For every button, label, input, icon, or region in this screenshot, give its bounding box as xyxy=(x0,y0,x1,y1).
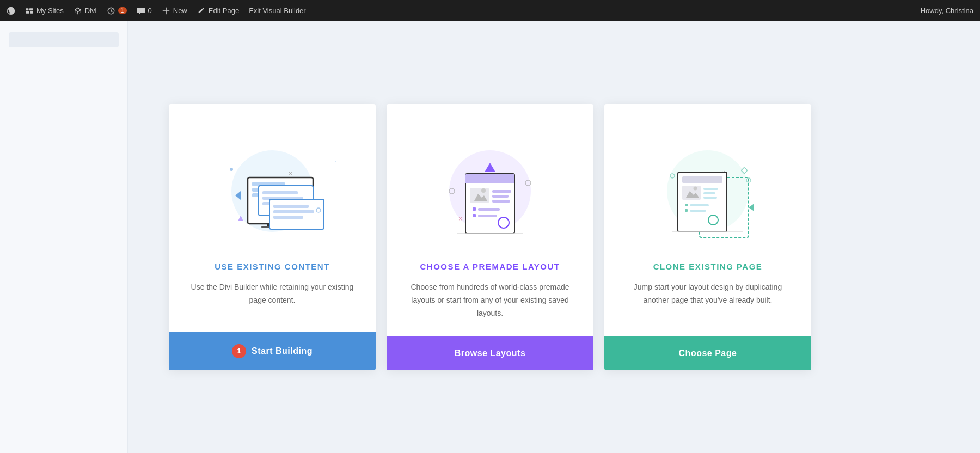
svg-rect-55 xyxy=(703,188,718,190)
svg-point-54 xyxy=(694,187,697,191)
browse-layouts-button[interactable]: Browse Layouts xyxy=(387,336,593,370)
card1-description: Use the Divi Builder while retaining you… xyxy=(191,281,354,307)
svg-rect-38 xyxy=(492,200,510,203)
start-building-label: Start Building xyxy=(252,346,313,356)
use-existing-body: · × xyxy=(169,104,376,332)
browse-layouts-label: Browse Layouts xyxy=(455,348,526,358)
choose-premade-card: × xyxy=(387,104,593,370)
svg-rect-58 xyxy=(685,204,688,206)
edit-page-label: Edit Page xyxy=(209,7,239,15)
svg-rect-41 xyxy=(473,214,476,217)
clone-existing-body: × xyxy=(604,104,811,336)
svg-text:·: · xyxy=(335,157,337,166)
svg-rect-20 xyxy=(270,199,324,229)
new-label: New xyxy=(173,7,187,15)
exit-vb-label: Exit Visual Builder xyxy=(249,7,306,15)
svg-rect-51 xyxy=(682,176,722,183)
wp-logo[interactable] xyxy=(7,7,15,15)
choose-premade-body: × xyxy=(387,104,593,336)
edit-page-button[interactable]: Edit Page xyxy=(197,7,239,15)
comments-count: 0 xyxy=(148,7,152,15)
svg-rect-40 xyxy=(478,208,500,211)
clone-existing-illustration: × xyxy=(632,126,784,246)
card2-title: CHOOSE A PREMADE LAYOUT xyxy=(420,262,560,271)
use-existing-illustration: · × xyxy=(196,126,348,246)
svg-rect-59 xyxy=(690,204,709,206)
svg-rect-2 xyxy=(26,11,29,13)
svg-rect-61 xyxy=(690,210,706,212)
svg-rect-57 xyxy=(703,197,717,199)
greeting: Howdy, Christina xyxy=(921,7,973,15)
svg-text:×: × xyxy=(289,170,292,177)
choose-page-button[interactable]: Choose Page xyxy=(604,336,811,370)
svg-rect-39 xyxy=(473,207,476,211)
svg-marker-63 xyxy=(749,204,754,211)
svg-rect-3 xyxy=(30,11,33,13)
comments-menu[interactable]: 0 xyxy=(137,7,152,15)
start-building-button[interactable]: 1 Start Building xyxy=(169,332,376,370)
choose-premade-illustration: × xyxy=(414,126,566,246)
my-sites-menu[interactable]: My Sites xyxy=(25,7,64,15)
svg-text:×: × xyxy=(458,215,462,223)
choose-page-label: Choose Page xyxy=(679,348,737,358)
svg-rect-37 xyxy=(492,195,509,198)
svg-rect-56 xyxy=(703,192,715,194)
divi-menu[interactable]: Divi xyxy=(74,7,97,15)
sidebar-hint xyxy=(0,21,128,453)
clone-existing-card: × xyxy=(604,104,811,370)
card2-description: Choose from hundreds of world-class prem… xyxy=(408,281,572,320)
divi-label: Divi xyxy=(85,7,97,15)
svg-rect-17 xyxy=(262,191,298,194)
svg-rect-22 xyxy=(273,210,314,213)
svg-rect-1 xyxy=(29,8,33,10)
svg-rect-36 xyxy=(492,190,511,193)
card3-description: Jump start your layout design by duplica… xyxy=(626,281,789,307)
my-sites-label: My Sites xyxy=(36,7,64,15)
main-content: · × xyxy=(0,21,980,453)
svg-rect-0 xyxy=(26,8,29,10)
new-menu[interactable]: New xyxy=(162,7,187,15)
start-building-badge: 1 xyxy=(232,344,246,358)
card3-title: CLONE EXISTING PAGE xyxy=(653,262,763,271)
updates-menu[interactable]: 1 xyxy=(107,7,127,15)
svg-rect-32 xyxy=(465,181,514,183)
updates-count: 1 xyxy=(118,7,127,14)
admin-bar: My Sites Divi 1 0 New Edit Page Exit Vis… xyxy=(0,0,980,21)
svg-rect-23 xyxy=(273,216,303,219)
svg-point-5 xyxy=(230,168,233,171)
svg-rect-42 xyxy=(478,215,497,217)
exit-vb-button[interactable]: Exit Visual Builder xyxy=(249,7,306,15)
use-existing-card: · × xyxy=(169,104,376,370)
svg-rect-21 xyxy=(273,205,309,208)
card1-title: USE EXISTING CONTENT xyxy=(215,262,330,271)
svg-rect-60 xyxy=(685,209,688,212)
cards-container: · × xyxy=(163,104,817,370)
svg-point-35 xyxy=(481,188,486,193)
